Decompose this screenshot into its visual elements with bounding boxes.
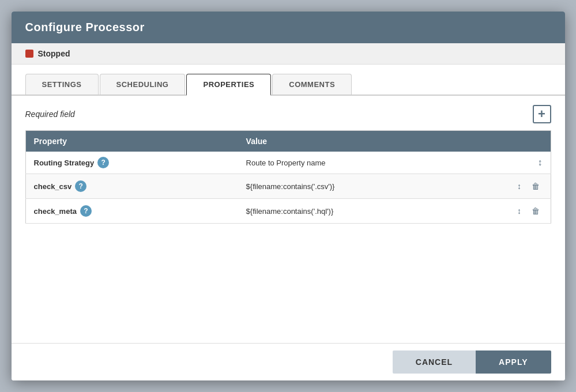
move-up-button[interactable]: ↕ [513, 179, 526, 193]
move-up-button[interactable]: ↕ [513, 204, 526, 218]
property-value: ${filename:contains('.hql')} [246, 207, 513, 216]
modal-title: Configure Processor [25, 21, 145, 33]
property-cell: check_meta ? [25, 199, 238, 224]
add-property-button[interactable]: + [533, 105, 551, 123]
property-header: Property [25, 131, 238, 152]
help-icon[interactable]: ? [80, 205, 92, 217]
status-bar: Stopped [12, 43, 565, 65]
table-row: check_meta ? ${filename:contains('.hql')… [25, 199, 551, 224]
tabs-container: SETTINGS SCHEDULING PROPERTIES COMMENTS [12, 65, 565, 96]
required-field-row: Required field + [25, 105, 551, 123]
tab-settings[interactable]: SETTINGS [25, 74, 99, 95]
table-row: check_csv ? ${filename:contains('.csv')}… [25, 174, 551, 199]
help-icon[interactable]: ? [75, 180, 86, 192]
help-icon[interactable]: ? [97, 157, 109, 168]
property-cell: check_csv ? [25, 174, 238, 199]
value-cell: ${filename:contains('.csv')} ↕ 🗑 [238, 174, 551, 199]
property-name: check_meta [34, 207, 77, 216]
required-field-label: Required field [25, 110, 75, 119]
configure-processor-modal: Configure Processor Stopped SETTINGS SCH… [12, 12, 565, 380]
property-value: ${filename:contains('.csv')} [246, 182, 513, 191]
value-cell: Route to Property name ↕ [238, 152, 551, 174]
value-cell: ${filename:contains('.hql')} ↕ 🗑 [238, 199, 551, 224]
tab-comments[interactable]: COMMENTS [272, 74, 352, 95]
status-dot [25, 50, 33, 58]
overlay: Configure Processor Stopped SETTINGS SCH… [0, 0, 576, 392]
table-header-row: Property Value [25, 131, 551, 152]
delete-button[interactable]: 🗑 [529, 179, 543, 193]
modal-header: Configure Processor [12, 12, 565, 43]
tab-scheduling[interactable]: SCHEDULING [100, 74, 186, 95]
status-label: Stopped [38, 49, 70, 58]
properties-table: Property Value Routing Strategy ? Route … [25, 130, 551, 224]
footer: CANCEL APPLY [12, 343, 565, 380]
tab-properties[interactable]: PROPERTIES [186, 74, 271, 96]
property-value: Route to Property name [246, 159, 538, 167]
cancel-button[interactable]: CANCEL [393, 350, 476, 374]
delete-button[interactable]: 🗑 [529, 204, 543, 218]
table-row: Routing Strategy ? Route to Property nam… [25, 152, 551, 174]
property-cell: Routing Strategy ? [25, 152, 238, 174]
value-header: Value [238, 131, 551, 152]
sort-icon[interactable]: ↕ [538, 157, 543, 168]
content-area: Required field + Property Value Routing … [12, 96, 565, 343]
apply-button[interactable]: APPLY [476, 350, 551, 374]
property-name: Routing Strategy [34, 159, 95, 167]
property-name: check_csv [34, 182, 72, 191]
